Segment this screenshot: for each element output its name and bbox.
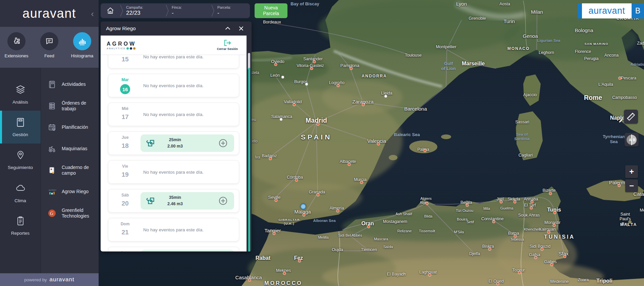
add-event-icon (219, 196, 227, 205)
day-of-week: Dom (116, 222, 135, 227)
panel-title: Agrow Riego (106, 25, 219, 32)
user-initial-button[interactable]: B (632, 3, 644, 18)
header-right-logo: auravant B (578, 3, 644, 18)
calendar-day-row[interactable]: Mar16No hay eventos para este día. (108, 74, 239, 97)
parcel-selector[interactable]: Parcela: - (215, 3, 250, 18)
calendar-day-row[interactable]: Dom21No hay eventos para este día. (108, 218, 239, 241)
submenu-label: Órdenes de trabajo (62, 100, 94, 112)
nav-label: Clima (14, 198, 26, 203)
submenu-item-planificacion[interactable]: Planificación (41, 117, 99, 138)
day-of-week: Sáb (116, 193, 135, 198)
day-column: Sáb20 (116, 193, 135, 207)
layer-compare-button[interactable]: A B (625, 133, 639, 147)
greenfield-logo-icon: G (47, 209, 57, 218)
compare-ab-icon: A B (626, 134, 637, 145)
notebook-icon (15, 117, 26, 129)
farm-selector[interactable]: Finca: - (169, 3, 211, 18)
day-number: 20 (116, 200, 135, 207)
nav-label: Análisis (12, 100, 28, 105)
collapse-panel-button[interactable] (223, 23, 233, 34)
svg-text:AGROW: AGROW (49, 189, 56, 191)
nav-item-seguimiento[interactable]: Seguimiento (0, 144, 41, 176)
pencil-cursor-icon (618, 118, 624, 125)
event-details: 25min2.00 m3 (167, 137, 183, 150)
submenu-label: Greenfield Technologies (62, 208, 94, 219)
nav-item-reportes[interactable]: Reportes (0, 209, 41, 242)
logout-label: Cerrar Sesión (217, 47, 238, 51)
svg-text:B: B (633, 138, 635, 142)
submenu-item-ordenes-de-trabajo[interactable]: Órdenes de trabajo (41, 95, 99, 117)
irrigation-calendar[interactable]: 15No hay eventos para este día.Mar16No h… (101, 55, 247, 251)
panel-scrollbar-track (247, 36, 252, 251)
brand-header: auravant ‹ (0, 0, 99, 27)
submenu-item-cuaderno-de-campo[interactable]: Cuaderno de campo (41, 160, 99, 181)
day-of-week: Mar (116, 77, 135, 83)
event-volume: 2.00 m3 (167, 143, 183, 150)
logo-dot-navy (130, 47, 132, 50)
zoom-in-button[interactable]: + (625, 165, 638, 178)
nav-item-analisis[interactable]: Análisis (0, 78, 41, 111)
submenu-item-maquinarias[interactable]: Maquinarias (41, 138, 99, 160)
irrigation-event[interactable]: 25min2.00 m3 (141, 134, 234, 152)
day-number: 18 (116, 142, 135, 150)
watering-can-icon (146, 196, 156, 206)
parcel-label: Parcela: (217, 5, 250, 9)
logout-icon (224, 40, 231, 46)
puzzle-icon (7, 32, 25, 50)
extension-item-feed[interactable]: Feed (33, 32, 65, 58)
nav-item-clima[interactable]: Clima (0, 176, 41, 209)
farm-label: Finca: (172, 5, 211, 9)
add-event-button[interactable] (219, 196, 227, 205)
extension-label: Feed (44, 53, 54, 58)
submenu-item-greenfield-technologies[interactable]: G Greenfield Technologies (41, 203, 99, 224)
logout-button[interactable]: Cerrar Sesión (217, 40, 238, 51)
agrow-header: AGROW ANALYTICS Cerrar Sesión (101, 36, 247, 55)
day-number: 17 (116, 113, 135, 121)
ruler-icon (626, 112, 636, 121)
no-events-text: No hay eventos para este día. (143, 103, 204, 126)
submenu-item-agrow-riego[interactable]: AGROW Agrow Riego (41, 181, 99, 203)
calendar-day-row[interactable]: Lun30min (108, 247, 239, 251)
chat-icon (40, 32, 58, 50)
submenu-label: Actividades (62, 81, 86, 88)
submenu-item-actividades[interactable]: Actividades (41, 74, 99, 95)
calendar-day-row[interactable]: Vie19No hay eventos para este día. (108, 160, 239, 184)
home-button[interactable] (101, 3, 120, 18)
day-number: 19 (116, 171, 135, 178)
zoom-out-button[interactable]: − (625, 179, 638, 192)
nav-item-gestion[interactable]: Gestión (0, 111, 41, 144)
calendar-day-row[interactable]: 15No hay eventos para este día. (108, 55, 239, 68)
histogram-icon (73, 32, 91, 50)
farm-value: - (172, 10, 211, 16)
irrigation-event[interactable]: 35min2.46 m3 (141, 192, 234, 210)
primary-nav: Análisis Gestión Seguimiento (0, 68, 41, 273)
irrigation-event[interactable]: 30min (141, 250, 234, 251)
day-number: 21 (116, 229, 135, 236)
sidebar: auravant ‹ Extensiones Feed (0, 0, 99, 286)
cloud-icon (15, 182, 26, 195)
calendar-day-row[interactable]: Jue1825min2.00 m3 (108, 131, 239, 155)
agrow-analytics-logo: AGROW ANALYTICS (107, 41, 136, 50)
measure-tool-button[interactable] (624, 110, 638, 124)
campaign-selector[interactable]: Campaña: 22/23 (123, 3, 166, 18)
event-duration: 35min (167, 194, 183, 201)
day-column: Jue18 (116, 135, 135, 150)
sidebar-collapse-button[interactable]: ‹ (91, 9, 94, 18)
inner-scrollbar-thumb[interactable] (248, 53, 250, 70)
powered-by-brand: auravant (50, 276, 74, 283)
journal-icon (47, 80, 57, 89)
calendar-day-row[interactable]: Sáb2035min2.46 m3 (108, 189, 239, 213)
add-event-button[interactable] (219, 139, 227, 148)
extension-item-extensiones[interactable]: Extensiones (0, 32, 33, 58)
extension-item-histograma[interactable]: Histograma (66, 32, 98, 58)
day-of-week: Mié (116, 106, 135, 112)
panel-scrollbar-thumb[interactable] (248, 68, 250, 251)
new-parcel-button[interactable]: Nueva Parcela (255, 3, 287, 18)
svg-text:A: A (629, 138, 631, 142)
calendar-day-row[interactable]: Mié17No hay eventos para este día. (108, 103, 239, 126)
day-column: Mié17 (116, 106, 135, 121)
event-volume: 2.46 m3 (167, 201, 183, 207)
day-of-week: Jue (116, 135, 135, 140)
close-panel-button[interactable] (236, 23, 246, 34)
day-column: Mar16 (116, 77, 135, 94)
